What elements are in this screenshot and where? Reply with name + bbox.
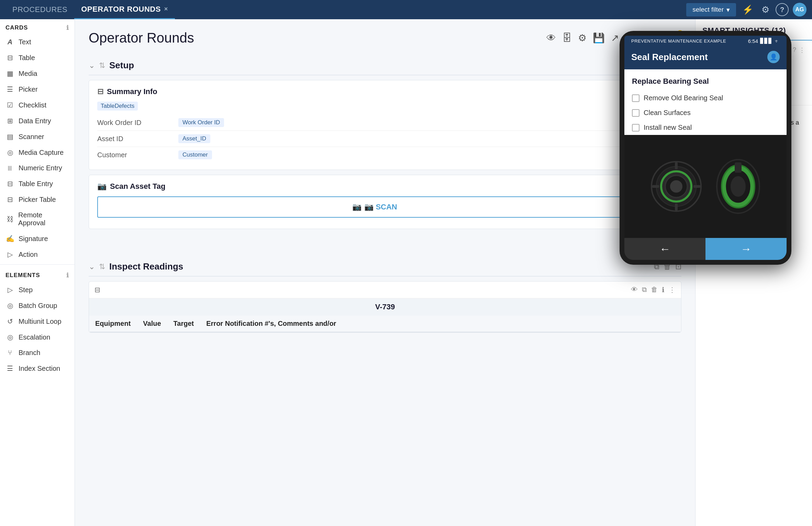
- sidebar-item-remote-approval[interactable]: ⛓ Remote Approval: [0, 207, 75, 231]
- seal-1-svg: [649, 159, 704, 214]
- table-row: Asset ID Asset_ID: [97, 131, 628, 147]
- mobile-image-area: [624, 135, 787, 238]
- sidebar-item-index-section[interactable]: ☰ Index Section: [0, 361, 75, 376]
- target-time: Target Time: N/: [89, 234, 681, 248]
- escalation-icon: ◎: [5, 333, 14, 341]
- sidebar-item-table[interactable]: ⊟ Table: [0, 50, 75, 66]
- batch-group-icon: ◎: [5, 301, 14, 310]
- signal-icon: ▊▊▊: [760, 38, 772, 44]
- save-icon[interactable]: 💾: [593, 32, 605, 44]
- sidebar-item-picker[interactable]: ☰ Picker: [0, 81, 75, 97]
- sidebar-item-action[interactable]: ▷ Action: [0, 247, 75, 262]
- scan-title: 📷 Scan Asset Tag: [97, 182, 165, 191]
- setup-title: Setup: [109, 60, 626, 71]
- multiunit-loop-icon: ↺: [5, 317, 14, 325]
- export-icon[interactable]: ↗: [611, 32, 619, 44]
- top-nav: PROCEDURES OPERATOR ROUNDS × select filt…: [0, 0, 812, 19]
- setup-section-header: ⌄ ⇅ Setup ⧉ 🗑 ⊡ 🗑 ⋮: [89, 55, 681, 75]
- table-entry-icon: ⊟: [5, 180, 14, 188]
- mobile-header: Seal Replacement 👤: [624, 46, 787, 69]
- sidebar-item-batch-group[interactable]: ◎ Batch Group: [0, 298, 75, 313]
- sidebar-item-escalation[interactable]: ◎ Escalation: [0, 329, 75, 345]
- sidebar-item-checklist[interactable]: ☑ Checklist: [0, 97, 75, 113]
- eye-icon[interactable]: 👁: [546, 32, 556, 44]
- gear-icon-button[interactable]: ⚙: [759, 2, 771, 17]
- inspect-readings-section: ⌄ ⇅ Inspect Readings ⧉ 🗑 ⊡ ⊟ 👁 ⧉ 🗑 ℹ: [89, 256, 681, 333]
- sidebar-item-picker-table[interactable]: ⊟ Picker Table: [0, 192, 75, 207]
- sidebar-item-media[interactable]: ▦ Media: [0, 66, 75, 81]
- help-icon-button[interactable]: ?: [776, 3, 789, 16]
- tab-procedures[interactable]: PROCEDURES: [5, 0, 74, 19]
- mobile-user-icon: 👤: [767, 51, 780, 63]
- inspect-table-icon: ⊟: [94, 286, 100, 294]
- inspect-collapse-icon[interactable]: ⌄: [89, 262, 95, 271]
- svg-point-19: [731, 176, 746, 197]
- mobile-next-button[interactable]: →: [705, 238, 787, 260]
- mobile-device-frame: PREVENTATIVE MAINTENANCE EXAMPLE 6:54 ▊▊…: [620, 31, 791, 265]
- inspect-more-icon[interactable]: ⋮: [669, 286, 676, 294]
- sidebar-item-signature[interactable]: ✍ Signature: [0, 231, 75, 247]
- sidebar-item-data-entry[interactable]: ⊞ Data Entry: [0, 113, 75, 129]
- sidebar-item-text[interactable]: A Text: [0, 34, 75, 50]
- inspect-drag-icon[interactable]: ⇅: [99, 262, 105, 271]
- inspect-copy-icon2[interactable]: ⧉: [642, 286, 647, 294]
- svg-point-11: [670, 180, 682, 193]
- svg-rect-20: [735, 162, 742, 173]
- setup-collapse-icon[interactable]: ⌄: [89, 61, 95, 70]
- inspect-info-icon[interactable]: ℹ: [662, 286, 665, 294]
- user-avatar[interactable]: AG: [793, 3, 807, 16]
- sidebar-item-media-capture[interactable]: ◎ Media Capture: [0, 145, 75, 160]
- summary-info-card: ⊟ Summary Info 👁 ⧉ 🗑 ℹ ⋮ TableDefects: [89, 80, 681, 170]
- svg-rect-15: [693, 185, 700, 188]
- sidebar-item-multiunit-loop[interactable]: ↺ Multiunit Loop: [0, 313, 75, 329]
- data-entry-icon: ⊞: [5, 117, 14, 125]
- inspect-table-card: ⊟ 👁 ⧉ 🗑 ℹ ⋮ V-739 Equipment Value Target…: [89, 281, 681, 333]
- scan-card-header: 📷 Scan Asset Tag 👁 ⧉ 🗑 ℹ ⋮: [97, 182, 673, 191]
- inspect-del-icon[interactable]: 🗑: [651, 286, 658, 294]
- mobile-checklist-item-1: Remove Old Bearing Seal: [632, 91, 779, 105]
- sidebar-item-step[interactable]: ▷ Step: [0, 282, 75, 298]
- setup-drag-icon[interactable]: ⇅: [99, 61, 105, 70]
- mobile-footer: ← →: [624, 238, 787, 260]
- tab-operator-rounds[interactable]: OPERATOR ROUNDS ×: [74, 0, 175, 19]
- select-filter-button[interactable]: select filter ▾: [686, 3, 736, 16]
- insight-help-icon[interactable]: ?: [793, 46, 796, 54]
- mobile-back-button[interactable]: ←: [624, 238, 705, 260]
- text-icon: A: [5, 38, 14, 46]
- picker-table-icon: ⊟: [5, 195, 14, 204]
- scan-button[interactable]: 📷 📷 SCAN: [97, 196, 652, 218]
- work-order-id-value[interactable]: Work Order ID: [178, 118, 224, 127]
- cards-section-header: CARDS ℹ: [0, 19, 75, 34]
- insight-more-icon[interactable]: ⋮: [799, 46, 805, 54]
- sidebar-item-scanner[interactable]: ▤ Scanner: [0, 129, 75, 145]
- checkbox-2[interactable]: [632, 109, 639, 117]
- table-row: Work Order ID Work Order ID: [97, 115, 628, 131]
- sidebar-item-table-entry[interactable]: ⊟ Table Entry: [0, 176, 75, 192]
- seal-2-svg: [714, 156, 762, 217]
- checkbox-1[interactable]: [632, 94, 639, 102]
- asset-id-value[interactable]: Asset_ID: [178, 134, 210, 143]
- elements-info-icon[interactable]: ℹ: [66, 272, 69, 279]
- filter-dropdown-icon: ▾: [726, 6, 730, 14]
- summary-info-title: ⊟ Summary Info: [97, 87, 157, 96]
- elements-section-header: ELEMENTS ℹ: [0, 267, 75, 282]
- customer-value[interactable]: Customer: [178, 150, 212, 159]
- numeric-entry-icon: ⫼: [5, 164, 14, 172]
- inspect-eye-icon[interactable]: 👁: [631, 286, 638, 294]
- scan-camera-icon: 📷: [352, 203, 361, 211]
- page-title-text: Operator Rounds: [89, 30, 194, 46]
- remote-approval-icon: ⛓: [5, 215, 14, 223]
- sidebar-item-numeric-entry[interactable]: ⫼ Numeric Entry: [0, 160, 75, 176]
- wifi-icon: ᯤ: [775, 38, 780, 44]
- close-tab-icon[interactable]: ×: [164, 5, 168, 13]
- summary-table-rows: Work Order ID Work Order ID Asset ID Ass…: [97, 115, 628, 163]
- checkbox-3[interactable]: [632, 124, 639, 132]
- cards-info-icon[interactable]: ℹ: [66, 24, 69, 32]
- table-card-icon: ⊟: [97, 87, 103, 96]
- th-error: Error Notification #'s, Comments and/or: [200, 316, 681, 332]
- database-icon[interactable]: 🗄: [562, 32, 572, 44]
- sidebar-item-branch[interactable]: ⑂ Branch: [0, 345, 75, 361]
- lightning-icon-button[interactable]: ⚡: [740, 2, 755, 17]
- settings-icon[interactable]: ⚙: [578, 32, 587, 44]
- setup-section: ⌄ ⇅ Setup ⧉ 🗑 ⊡ 🗑 ⋮ ⊟ Summary Info: [89, 55, 681, 248]
